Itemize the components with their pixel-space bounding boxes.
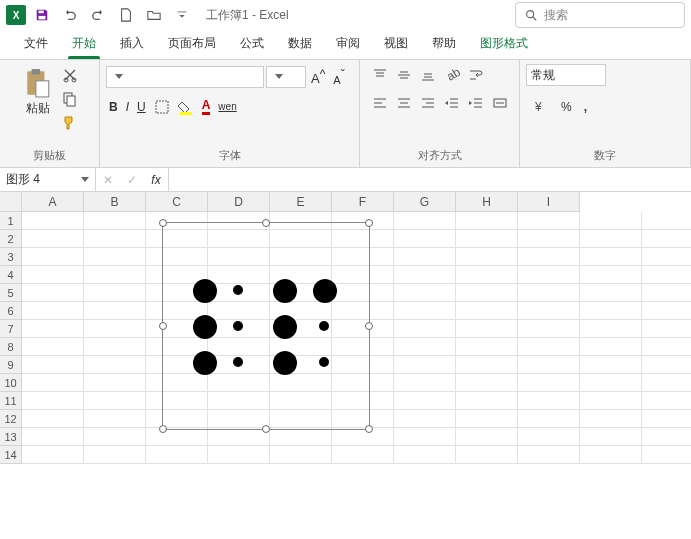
cell[interactable] — [456, 338, 518, 356]
increase-font-button[interactable]: A^ — [308, 64, 328, 89]
undo-button[interactable] — [58, 3, 82, 27]
tab-formulas[interactable]: 公式 — [228, 29, 276, 59]
cell[interactable] — [208, 446, 270, 464]
cell[interactable] — [394, 266, 456, 284]
cell[interactable] — [22, 392, 84, 410]
cell[interactable] — [84, 320, 146, 338]
cell[interactable] — [394, 410, 456, 428]
format-painter-button[interactable] — [59, 112, 81, 134]
tab-home[interactable]: 开始 — [60, 29, 108, 59]
col-header[interactable]: C — [146, 192, 208, 212]
row-header[interactable]: 3 — [0, 248, 22, 266]
cell[interactable] — [332, 446, 394, 464]
cell[interactable] — [580, 212, 642, 230]
tab-insert[interactable]: 插入 — [108, 29, 156, 59]
cell[interactable] — [84, 302, 146, 320]
align-center-button[interactable] — [393, 92, 415, 114]
cell[interactable] — [456, 356, 518, 374]
borders-button[interactable] — [151, 96, 173, 118]
wrap-text-button[interactable] — [465, 64, 487, 86]
row-header[interactable]: 8 — [0, 338, 22, 356]
cell[interactable] — [22, 446, 84, 464]
cell[interactable] — [642, 320, 691, 338]
number-format-combo[interactable]: 常规 — [526, 64, 606, 86]
tab-data[interactable]: 数据 — [276, 29, 324, 59]
increase-indent-button[interactable] — [465, 92, 487, 114]
cell[interactable] — [518, 446, 580, 464]
row-header[interactable]: 9 — [0, 356, 22, 374]
cell[interactable] — [518, 356, 580, 374]
cell[interactable] — [518, 248, 580, 266]
cell[interactable] — [84, 248, 146, 266]
cell[interactable] — [22, 230, 84, 248]
cell[interactable] — [456, 230, 518, 248]
cell[interactable] — [642, 374, 691, 392]
cut-button[interactable] — [59, 64, 81, 86]
col-header[interactable]: A — [22, 192, 84, 212]
cell[interactable] — [456, 374, 518, 392]
copy-button[interactable] — [59, 88, 81, 110]
name-box[interactable]: 图形 4 — [0, 168, 96, 191]
cell[interactable] — [270, 446, 332, 464]
phonetic-button[interactable]: wen — [215, 98, 239, 115]
tab-help[interactable]: 帮助 — [420, 29, 468, 59]
cell[interactable] — [394, 284, 456, 302]
save-button[interactable] — [30, 3, 54, 27]
cell[interactable] — [642, 230, 691, 248]
paste-button[interactable]: 粘贴 — [19, 64, 57, 121]
cell[interactable] — [456, 284, 518, 302]
align-right-button[interactable] — [417, 92, 439, 114]
underline-button[interactable]: U — [134, 97, 149, 117]
cell[interactable] — [456, 266, 518, 284]
cell[interactable] — [84, 212, 146, 230]
cell[interactable] — [146, 446, 208, 464]
col-header[interactable]: G — [394, 192, 456, 212]
insert-function-button[interactable]: fx — [144, 168, 168, 192]
cell[interactable] — [394, 392, 456, 410]
cell[interactable] — [456, 392, 518, 410]
cell[interactable] — [394, 374, 456, 392]
comma-format-button[interactable]: , — [581, 97, 590, 117]
decrease-indent-button[interactable] — [441, 92, 463, 114]
tab-view[interactable]: 视图 — [372, 29, 420, 59]
align-bottom-button[interactable] — [417, 64, 439, 86]
cell[interactable] — [580, 410, 642, 428]
tab-page-layout[interactable]: 页面布局 — [156, 29, 228, 59]
cell[interactable] — [642, 428, 691, 446]
cell[interactable] — [22, 356, 84, 374]
italic-button[interactable]: I — [123, 97, 132, 117]
cell[interactable] — [580, 446, 642, 464]
font-size-combo[interactable] — [266, 66, 306, 88]
cell[interactable] — [456, 428, 518, 446]
cell[interactable] — [642, 446, 691, 464]
row-header[interactable]: 10 — [0, 374, 22, 392]
cell[interactable] — [84, 230, 146, 248]
font-name-combo[interactable] — [106, 66, 264, 88]
cell[interactable] — [394, 248, 456, 266]
cell[interactable] — [642, 392, 691, 410]
col-header[interactable]: B — [84, 192, 146, 212]
cell[interactable] — [394, 428, 456, 446]
cell[interactable] — [518, 266, 580, 284]
row-header[interactable]: 6 — [0, 302, 22, 320]
cell[interactable] — [332, 428, 394, 446]
cell[interactable] — [22, 248, 84, 266]
cell[interactable] — [456, 410, 518, 428]
cell[interactable] — [580, 320, 642, 338]
cell[interactable] — [580, 428, 642, 446]
cell[interactable] — [518, 212, 580, 230]
cell[interactable] — [84, 338, 146, 356]
row-header[interactable]: 4 — [0, 266, 22, 284]
cell[interactable] — [22, 284, 84, 302]
cell[interactable] — [22, 428, 84, 446]
worksheet[interactable]: ABCDEFGHI 1234567891011121314 — [0, 192, 691, 539]
col-header[interactable]: D — [208, 192, 270, 212]
row-headers[interactable]: 1234567891011121314 — [0, 212, 22, 464]
row-header[interactable]: 5 — [0, 284, 22, 302]
cell[interactable] — [22, 320, 84, 338]
cell[interactable] — [518, 428, 580, 446]
orientation-button[interactable]: ab — [441, 64, 463, 86]
cell[interactable] — [642, 338, 691, 356]
cell[interactable] — [642, 248, 691, 266]
cell[interactable] — [84, 284, 146, 302]
